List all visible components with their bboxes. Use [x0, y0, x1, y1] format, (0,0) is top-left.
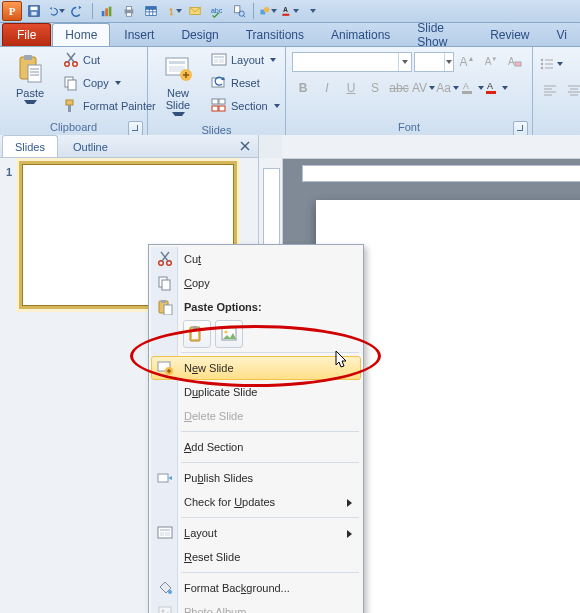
font-size-input[interactable]	[415, 56, 444, 68]
research-icon[interactable]	[229, 1, 249, 21]
font-family-input[interactable]	[293, 56, 398, 68]
photo-album-icon	[157, 604, 173, 613]
redo-icon[interactable]	[68, 1, 88, 21]
dialog-launcher-icon[interactable]	[128, 121, 143, 136]
context-menu: Cut Copy Paste Options: New Slide Duplic…	[148, 244, 364, 613]
section-label: Section	[231, 100, 268, 112]
menu-cut[interactable]: Cut	[151, 247, 361, 271]
table-icon[interactable]	[141, 1, 161, 21]
paste-options-row	[151, 319, 361, 349]
align-left-button[interactable]	[539, 79, 561, 101]
panel-tab-outline[interactable]: Outline	[60, 135, 121, 157]
chevron-down-icon	[270, 58, 275, 63]
section-button[interactable]: Section	[206, 95, 284, 117]
svg-rect-7	[126, 7, 131, 11]
shapes-icon[interactable]	[258, 1, 278, 21]
publish-icon	[157, 470, 173, 486]
bullets-button[interactable]	[539, 53, 561, 75]
menu-photo-album-label: Photo Album...	[184, 606, 256, 613]
menu-format-background[interactable]: Format Background...	[151, 576, 361, 600]
font-color-icon[interactable]: A	[280, 1, 300, 21]
menu-separator	[181, 462, 359, 463]
print-quick-icon[interactable]	[119, 1, 139, 21]
save-icon[interactable]	[24, 1, 44, 21]
menu-add-section[interactable]: Add Section	[151, 435, 361, 459]
svg-line-20	[243, 15, 245, 17]
menu-separator	[181, 517, 359, 518]
menu-check-updates[interactable]: Check for Updates	[151, 490, 361, 514]
cut-button[interactable]: Cut	[58, 49, 161, 71]
text-shadow-button[interactable]: abc	[388, 77, 410, 99]
tab-file[interactable]: File	[2, 23, 51, 46]
copy-icon	[63, 75, 79, 91]
svg-rect-50	[212, 99, 218, 104]
tab-review[interactable]: Review	[477, 23, 542, 46]
new-slide-button[interactable]: New Slide	[154, 49, 202, 124]
tab-transitions[interactable]: Transitions	[233, 23, 317, 46]
svg-point-64	[540, 67, 542, 69]
tab-view-partial[interactable]: Vi	[544, 23, 580, 46]
italic-label: I	[325, 81, 328, 95]
change-case-button[interactable]: Aa	[436, 77, 458, 99]
font-family-combo[interactable]	[292, 52, 412, 72]
tab-insert[interactable]: Insert	[111, 23, 167, 46]
font-size-combo[interactable]	[414, 52, 454, 72]
underline-button[interactable]: U	[340, 77, 362, 99]
new-slide-label: New Slide	[166, 87, 190, 111]
align-center-button[interactable]	[563, 79, 580, 101]
menu-paste-options-header: Paste Options:	[151, 295, 361, 319]
paste-use-destination-theme[interactable]	[183, 320, 211, 348]
chart-icon[interactable]	[97, 1, 117, 21]
menu-publish-slides[interactable]: Publish Slides	[151, 466, 361, 490]
powerpoint-logo-icon: P	[2, 1, 22, 21]
qat-customize-icon[interactable]	[302, 1, 322, 21]
svg-rect-47	[214, 59, 218, 63]
menu-photo-album: Photo Album...	[151, 600, 361, 613]
svg-rect-87	[192, 331, 198, 339]
spell-icon[interactable]: abc	[207, 1, 227, 21]
chevron-down-icon	[172, 112, 185, 120]
menu-layout[interactable]: Layout	[151, 521, 361, 545]
char-spacing-icon: AV	[412, 81, 427, 95]
font-color-button[interactable]: A	[484, 77, 506, 99]
svg-rect-57	[462, 91, 472, 94]
layout-button[interactable]: Layout	[206, 49, 284, 71]
tab-slideshow[interactable]: Slide Show	[404, 23, 476, 46]
clipboard-icon	[188, 325, 206, 343]
italic-button[interactable]: I	[316, 77, 338, 99]
format-painter-button[interactable]: Format Painter	[58, 95, 161, 117]
tab-review-label: Review	[490, 28, 529, 42]
chevron-down-icon	[502, 86, 507, 91]
strike-button[interactable]: S	[364, 77, 386, 99]
email-icon[interactable]	[185, 1, 205, 21]
reset-button[interactable]: Reset	[206, 72, 284, 94]
paste-picture[interactable]	[215, 320, 243, 348]
menu-copy[interactable]: Copy	[151, 271, 361, 295]
char-spacing-button[interactable]: AV	[412, 77, 434, 99]
menu-duplicate-slide[interactable]: Duplicate Slide	[151, 380, 361, 404]
chevron-down-icon[interactable]	[444, 53, 453, 71]
brush-icon	[63, 98, 79, 114]
clear-formatting-button[interactable]: A	[504, 51, 526, 73]
panel-tab-slides[interactable]: Slides	[2, 135, 58, 157]
dialog-launcher-icon[interactable]	[513, 121, 528, 136]
close-panel-button[interactable]	[238, 139, 252, 153]
tab-animations[interactable]: Animations	[318, 23, 403, 46]
new-slide-icon	[162, 53, 194, 85]
paste-button[interactable]: Paste	[6, 49, 54, 112]
tab-design[interactable]: Design	[168, 23, 231, 46]
group-slides: New Slide Layout Reset Section	[148, 47, 286, 136]
shrink-font-button[interactable]: A▼	[480, 51, 502, 73]
font-color-icon: A	[484, 80, 500, 96]
menu-reset-slide[interactable]: Reset Slide	[151, 545, 361, 569]
menu-new-slide[interactable]: New Slide	[151, 356, 361, 380]
svg-rect-40	[169, 61, 185, 64]
highlight-color-button[interactable]: A	[460, 77, 482, 99]
bold-button[interactable]: B	[292, 77, 314, 99]
chevron-down-icon[interactable]	[398, 53, 411, 71]
copy-button[interactable]: Copy	[58, 72, 161, 94]
tab-home[interactable]: Home	[52, 23, 110, 46]
undo-icon[interactable]	[46, 1, 66, 21]
touch-icon[interactable]	[163, 1, 183, 21]
grow-font-button[interactable]: A▲	[456, 51, 478, 73]
